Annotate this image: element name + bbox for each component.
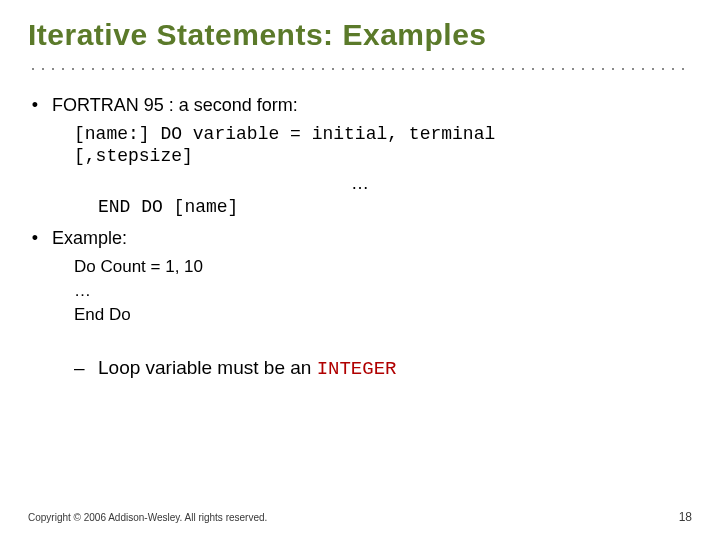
page-number: 18 bbox=[679, 510, 692, 524]
bullet-dot-icon: • bbox=[28, 94, 42, 117]
example-code-block: Do Count = 1, 10 … End Do bbox=[28, 255, 692, 326]
code-line-1: [name:] DO variable = initial, terminal bbox=[28, 123, 692, 146]
bullet-example: • Example: bbox=[28, 227, 692, 250]
keyword-integer: INTEGER bbox=[317, 358, 397, 380]
slide-body: • FORTRAN 95 : a second form: [name:] DO… bbox=[28, 94, 692, 382]
slide-title: Iterative Statements: Examples bbox=[28, 18, 692, 52]
sub-bullet-prefix: Loop variable must be an bbox=[98, 357, 317, 378]
slide: Iterative Statements: Examples • FORTRAN… bbox=[0, 0, 720, 540]
bullet-fortran-label: FORTRAN 95 : a second form: bbox=[52, 94, 298, 117]
code-line-2: [,stepsize] bbox=[28, 145, 692, 168]
example-line-2: … bbox=[74, 279, 692, 303]
example-line-3: End Do bbox=[74, 303, 692, 327]
copyright-text: Copyright © 2006 Addison-Wesley. All rig… bbox=[28, 512, 267, 523]
bullet-example-label: Example: bbox=[52, 227, 127, 250]
dotted-divider bbox=[28, 58, 692, 72]
code-ellipsis: … bbox=[28, 172, 692, 195]
sub-bullet-loopvar: – Loop variable must be an INTEGER bbox=[28, 356, 692, 382]
slide-footer: Copyright © 2006 Addison-Wesley. All rig… bbox=[28, 510, 692, 524]
sub-bullet-text: Loop variable must be an INTEGER bbox=[98, 356, 396, 382]
code-line-3: END DO [name] bbox=[28, 196, 692, 219]
dash-icon: – bbox=[74, 356, 88, 380]
bullet-fortran: • FORTRAN 95 : a second form: bbox=[28, 94, 692, 117]
bullet-dot-icon: • bbox=[28, 227, 42, 250]
example-line-1: Do Count = 1, 10 bbox=[74, 255, 692, 279]
